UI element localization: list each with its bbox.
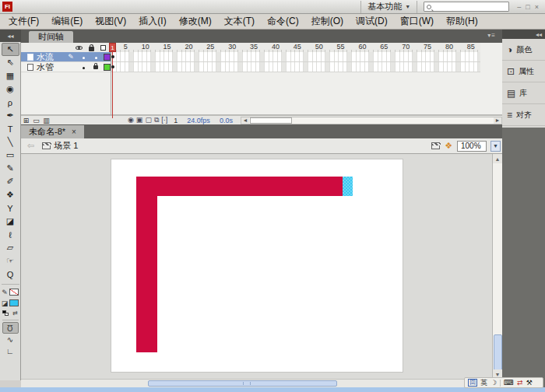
- dock-button-library[interactable]: ▤ 库: [502, 82, 545, 104]
- scrollbar-thumb[interactable]: [250, 117, 292, 124]
- ime-language-toggle[interactable]: 英: [480, 378, 487, 388]
- swap-colors-button[interactable]: ⇄: [12, 310, 18, 317]
- menu-insert[interactable]: 插入(I): [133, 13, 171, 30]
- scrollbar-thumb[interactable]: [494, 334, 502, 373]
- ime-logo-icon[interactable]: 回: [468, 379, 477, 387]
- back-button[interactable]: ⇦: [27, 141, 34, 151]
- document-tab[interactable]: 未命名-8* ×: [21, 125, 84, 138]
- new-layer-button[interactable]: ⊞: [21, 117, 31, 124]
- free-transform-tool[interactable]: ▦: [2, 69, 19, 82]
- frame-ruler[interactable]: 5 10 15 20 25 30 35 40 45 50 55 60 65 70…: [111, 43, 480, 52]
- onion-skin-outlines-button[interactable]: ▢: [145, 116, 152, 124]
- menu-window[interactable]: 窗口(W): [395, 13, 439, 30]
- line-tool[interactable]: ╲: [2, 135, 19, 149]
- keyframe-dot-layer2[interactable]: [111, 65, 114, 68]
- smooth-option[interactable]: ∿: [2, 334, 19, 345]
- layer-visibility-toggle[interactable]: [79, 63, 88, 71]
- eraser-tool[interactable]: ▱: [2, 241, 19, 254]
- restore-button[interactable]: □: [526, 3, 529, 11]
- frame-row-shuiliu[interactable]: [111, 52, 480, 62]
- dock-button-color[interactable]: ◑ 颜色: [502, 39, 545, 61]
- new-folder-button[interactable]: ▭: [31, 117, 41, 124]
- layer-name[interactable]: 水管: [37, 61, 63, 73]
- pipe-vertical-segment[interactable]: [136, 177, 157, 352]
- layer-outline-color[interactable]: [104, 64, 111, 71]
- pen-tool[interactable]: ✒: [2, 109, 19, 122]
- dock-button-properties[interactable]: ⊡ 属性: [502, 61, 545, 82]
- edit-symbol-button[interactable]: ❖: [445, 141, 452, 151]
- menu-view[interactable]: 视图(V): [90, 13, 132, 30]
- menu-text[interactable]: 文本(T): [219, 13, 260, 30]
- timeline-horizontal-scrollbar[interactable]: ◄ ►: [241, 117, 502, 124]
- selected-water-fill-segment[interactable]: [343, 177, 353, 196]
- stage-vertical-scrollbar[interactable]: ▲ ▼: [492, 154, 502, 379]
- stage-canvas[interactable]: [111, 159, 403, 372]
- dock-button-align[interactable]: ≡ 对齐: [502, 104, 545, 126]
- 3d-rotation-tool[interactable]: ◉: [2, 82, 19, 96]
- ime-tools-icon[interactable]: ⚒: [526, 379, 533, 387]
- layer-row-shuiguan[interactable]: 水管: [21, 62, 111, 72]
- close-document-icon[interactable]: ×: [72, 128, 76, 136]
- zoom-tool[interactable]: Q: [2, 268, 19, 281]
- fill-color-swatch[interactable]: [9, 299, 19, 306]
- minimize-button[interactable]: –: [517, 3, 521, 11]
- search-input[interactable]: [424, 2, 509, 12]
- ime-keyboard-icon[interactable]: ⌨: [504, 379, 514, 387]
- menu-control[interactable]: 控制(O): [306, 13, 349, 30]
- zoom-dropdown-arrow[interactable]: ▼: [490, 141, 501, 152]
- close-button[interactable]: ×: [535, 3, 539, 11]
- outline-all-icon[interactable]: [100, 45, 106, 51]
- menu-commands[interactable]: 命令(C): [262, 13, 304, 30]
- layer-lock-toggle[interactable]: [91, 63, 100, 71]
- scroll-up-arrow[interactable]: ▲: [493, 154, 502, 163]
- edit-scene-button[interactable]: [431, 142, 440, 149]
- layer-row-shuiliu[interactable]: 水流 ✎: [21, 52, 111, 62]
- subselection-tool[interactable]: ⇖: [2, 56, 19, 69]
- pipe-horizontal-segment[interactable]: [136, 177, 353, 196]
- frame-rate-value[interactable]: 24.0fps: [187, 117, 210, 124]
- playhead-line[interactable]: [112, 43, 113, 118]
- stage-viewport[interactable]: [21, 154, 492, 379]
- layer-lock-toggle[interactable]: [91, 53, 100, 61]
- tab-timeline[interactable]: 时间轴: [29, 31, 73, 43]
- modify-markers-button[interactable]: [·]: [161, 116, 167, 124]
- menu-modify[interactable]: 修改(M): [174, 13, 217, 30]
- black-white-button[interactable]: [2, 310, 9, 316]
- show-hide-all-icon[interactable]: [76, 46, 83, 50]
- brush-tool[interactable]: ✐: [2, 175, 19, 188]
- deco-tool[interactable]: ❖: [2, 188, 19, 201]
- straighten-option[interactable]: ∟: [2, 345, 19, 357]
- onion-skin-button[interactable]: ▣: [136, 116, 143, 124]
- zoom-level-input[interactable]: 100%: [457, 141, 487, 152]
- layer-visibility-toggle[interactable]: [79, 53, 88, 61]
- pencil-tool[interactable]: ✎: [2, 162, 19, 175]
- snap-to-objects-toggle[interactable]: Ω: [2, 322, 19, 334]
- playhead-frame-indicator[interactable]: 1: [109, 43, 116, 52]
- scroll-left-arrow[interactable]: ◄: [241, 117, 249, 124]
- frame-row-shuiguan[interactable]: [111, 62, 480, 72]
- lasso-tool[interactable]: ρ: [2, 96, 19, 109]
- bone-tool[interactable]: Y: [2, 201, 19, 215]
- scene-name[interactable]: 场景 1: [54, 140, 78, 152]
- menu-edit[interactable]: 编辑(E): [46, 13, 88, 30]
- timeline-frames-area[interactable]: 5 10 15 20 25 30 35 40 45 50 55 60 65 70…: [111, 43, 480, 115]
- workspace-switcher[interactable]: 基本功能 ▼: [360, 1, 417, 13]
- menu-debug[interactable]: 调试(D): [350, 13, 393, 30]
- tools-panel-collapse[interactable]: ◂◂: [0, 30, 21, 42]
- ime-fullwidth-icon[interactable]: ☽: [490, 379, 497, 387]
- lock-all-icon[interactable]: [89, 47, 94, 51]
- center-frame-button[interactable]: ◉: [128, 116, 134, 124]
- text-tool[interactable]: T: [2, 122, 19, 135]
- keyframe-dot-layer1[interactable]: [111, 55, 114, 58]
- layer-outline-color[interactable]: [104, 54, 111, 61]
- menu-help[interactable]: 帮助(H): [441, 13, 483, 30]
- stroke-color-swatch[interactable]: [9, 289, 19, 296]
- scrollbar-thumb[interactable]: [148, 380, 337, 387]
- edit-multiple-frames-button[interactable]: ⧉: [154, 116, 159, 124]
- scroll-right-arrow[interactable]: ►: [494, 117, 501, 124]
- dock-collapse-button[interactable]: ◂◂: [502, 30, 545, 39]
- delete-layer-button[interactable]: ▥: [41, 117, 51, 124]
- eyedropper-tool[interactable]: ℓ: [2, 228, 19, 241]
- rectangle-tool[interactable]: ▭: [2, 149, 19, 162]
- selection-tool[interactable]: ↖: [2, 43, 19, 56]
